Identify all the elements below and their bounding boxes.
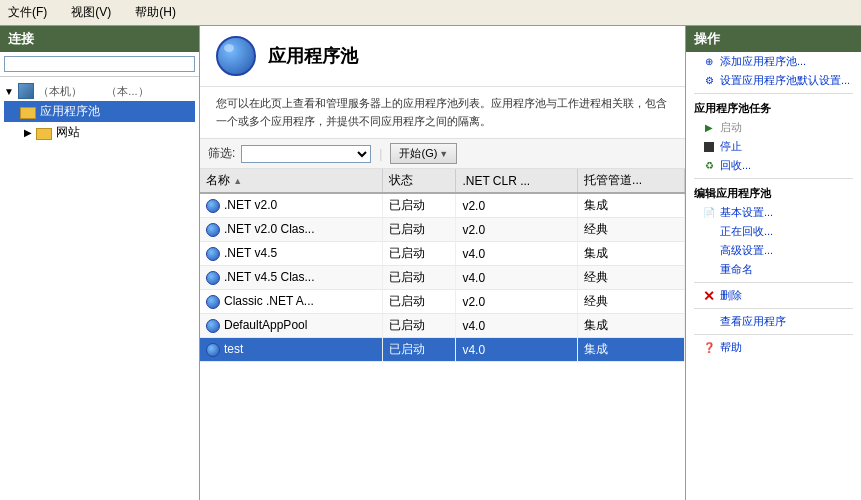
- row-globe-icon: [206, 295, 220, 309]
- action-view-apps[interactable]: 查看应用程序: [686, 312, 861, 331]
- sort-arrow-name: ▲: [233, 176, 242, 186]
- cell-name: .NET v2.0 Clas...: [200, 218, 382, 242]
- cell-name: .NET v4.5 Clas...: [200, 266, 382, 290]
- help-label: 帮助: [720, 340, 742, 355]
- cell-status: 已启动: [382, 218, 456, 242]
- table-row[interactable]: Classic .NET A...已启动v2.0经典: [200, 290, 685, 314]
- cell-status: 已启动: [382, 290, 456, 314]
- cell-pipeline: 集成: [578, 193, 685, 218]
- table-row[interactable]: DefaultAppPool已启动v4.0集成: [200, 314, 685, 338]
- server-label: （本机） （本...）: [38, 84, 149, 99]
- col-name[interactable]: 名称 ▲: [200, 169, 382, 193]
- sites-folder-icon: [36, 128, 52, 140]
- search-input[interactable]: [4, 56, 195, 72]
- edit-section-title: 编辑应用程序池: [686, 182, 861, 203]
- cell-status: 已启动: [382, 266, 456, 290]
- table-row[interactable]: .NET v2.0 Clas...已启动v2.0经典: [200, 218, 685, 242]
- cell-status: 已启动: [382, 242, 456, 266]
- col-clr[interactable]: .NET CLR ...: [456, 169, 578, 193]
- tree-node-sites[interactable]: ▶ 网站: [4, 122, 195, 143]
- action-rename[interactable]: 重命名: [686, 260, 861, 279]
- apppools-label: 应用程序池: [40, 103, 100, 120]
- content-header: 应用程序池: [200, 26, 685, 87]
- menu-file[interactable]: 文件(F): [4, 2, 51, 23]
- recycle-label: 回收...: [720, 158, 751, 173]
- action-recycle[interactable]: ♻ 回收...: [686, 156, 861, 175]
- action-set-defaults[interactable]: ⚙ 设置应用程序池默认设置...: [686, 71, 861, 90]
- advanced-label: 高级设置...: [720, 243, 773, 258]
- advanced-icon: [702, 244, 716, 258]
- tree-root-server[interactable]: ▼ （本机） （本...）: [4, 81, 195, 101]
- left-panel: 连接 ▼ （本机） （本...） 应用程序池 ▶ 网站: [0, 26, 200, 500]
- stop-icon: [702, 140, 716, 154]
- sites-label: 网站: [56, 124, 80, 141]
- start-button-label: 开始(G): [399, 146, 437, 161]
- action-advanced[interactable]: 高级设置...: [686, 241, 861, 260]
- tree-node-apppools[interactable]: 应用程序池: [4, 101, 195, 122]
- row-globe-icon: [206, 247, 220, 261]
- apppools-table: 名称 ▲ 状态 .NET CLR ... 托管管道... .NET v2.0已启…: [200, 169, 685, 362]
- delete-label: 删除: [720, 288, 742, 303]
- action-recycling[interactable]: 正在回收...: [686, 222, 861, 241]
- right-panel: 操作 ⊕ 添加应用程序池... ⚙ 设置应用程序池默认设置... 应用程序池任务…: [686, 26, 861, 500]
- tree-area: ▼ （本机） （本...） 应用程序池 ▶ 网站: [0, 77, 199, 500]
- start-button[interactable]: 开始(G) ▼: [390, 143, 457, 164]
- rename-label: 重命名: [720, 262, 753, 277]
- row-globe-icon: [206, 199, 220, 213]
- start-label: 启动: [720, 120, 742, 135]
- menu-view[interactable]: 视图(V): [67, 2, 115, 23]
- table-row[interactable]: test已启动v4.0集成: [200, 338, 685, 362]
- table-row[interactable]: .NET v2.0已启动v2.0集成: [200, 193, 685, 218]
- stop-square: [704, 142, 714, 152]
- action-help[interactable]: ❓ 帮助: [686, 338, 861, 357]
- play-icon: ▶: [702, 121, 716, 135]
- table-row[interactable]: .NET v4.5 Clas...已启动v4.0经典: [200, 266, 685, 290]
- divider-5: [694, 334, 853, 335]
- menu-bar: 文件(F) 视图(V) 帮助(H): [0, 0, 861, 26]
- cell-status: 已启动: [382, 193, 456, 218]
- cell-clr: v4.0: [456, 266, 578, 290]
- action-add-pool[interactable]: ⊕ 添加应用程序池...: [686, 52, 861, 71]
- cell-name: test: [200, 338, 382, 362]
- stop-label: 停止: [720, 139, 742, 154]
- main-container: 连接 ▼ （本机） （本...） 应用程序池 ▶ 网站: [0, 26, 861, 500]
- action-basic-settings[interactable]: 📄 基本设置...: [686, 203, 861, 222]
- menu-help[interactable]: 帮助(H): [131, 2, 180, 23]
- gear-icon: ⚙: [702, 74, 716, 88]
- divider-1: [694, 93, 853, 94]
- apppools-folder-icon: [20, 107, 36, 119]
- recycling-label: 正在回收...: [720, 224, 773, 239]
- recycle-icon: ♻: [702, 159, 716, 173]
- task-section-title: 应用程序池任务: [686, 97, 861, 118]
- cell-clr: v2.0: [456, 193, 578, 218]
- recycling-icon: [702, 225, 716, 239]
- toolbar-separator: |: [377, 147, 384, 161]
- cell-pipeline: 集成: [578, 338, 685, 362]
- cell-name: .NET v4.5: [200, 242, 382, 266]
- filter-select[interactable]: [241, 145, 371, 163]
- delete-icon: ✕: [702, 289, 716, 303]
- cell-pipeline: 经典: [578, 266, 685, 290]
- divider-2: [694, 178, 853, 179]
- tree-expand-arrow[interactable]: ▼: [4, 86, 14, 97]
- action-stop[interactable]: 停止: [686, 137, 861, 156]
- apppools-header-icon: [216, 36, 256, 76]
- basic-settings-label: 基本设置...: [720, 205, 773, 220]
- settings-icon: 📄: [702, 206, 716, 220]
- row-globe-icon: [206, 343, 220, 357]
- search-bar: [0, 52, 199, 77]
- action-delete[interactable]: ✕ 删除: [686, 286, 861, 305]
- actions-title: 操作: [686, 26, 861, 52]
- divider-3: [694, 282, 853, 283]
- sites-expand-arrow[interactable]: ▶: [24, 127, 32, 138]
- add-pool-label: 添加应用程序池...: [720, 54, 806, 69]
- cell-name: DefaultAppPool: [200, 314, 382, 338]
- row-globe-icon: [206, 223, 220, 237]
- rename-icon: [702, 263, 716, 277]
- col-status[interactable]: 状态: [382, 169, 456, 193]
- start-dropdown-arrow: ▼: [439, 149, 448, 159]
- table-container: 名称 ▲ 状态 .NET CLR ... 托管管道... .NET v2.0已启…: [200, 169, 685, 500]
- add-icon: ⊕: [702, 55, 716, 69]
- table-row[interactable]: .NET v4.5已启动v4.0集成: [200, 242, 685, 266]
- col-pipeline[interactable]: 托管管道...: [578, 169, 685, 193]
